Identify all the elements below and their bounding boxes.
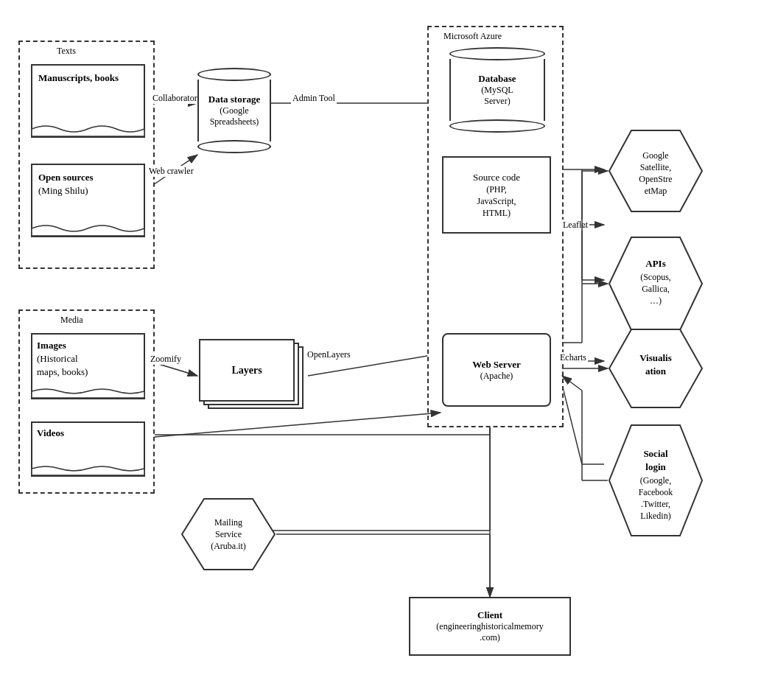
svg-text:etMap: etMap: [645, 186, 667, 196]
media-group-box: Media Images (Historicalmaps, books) Vid…: [18, 309, 155, 494]
web-server-subtitle: (Apache): [480, 371, 513, 382]
visualisation-hexagon-wrap: Visualis ation: [608, 328, 704, 412]
layer-card-front: Layers: [199, 339, 295, 402]
azure-label: Microsoft Azure: [443, 31, 502, 42]
svg-text:Facebook: Facebook: [639, 487, 673, 497]
azure-box: Microsoft Azure Database (MySQLServer) S…: [427, 26, 564, 427]
apis-hexagon-wrap: APIs (Scopus, Gallica, …): [608, 236, 704, 335]
echarts-label: Echarts: [558, 352, 588, 363]
svg-text:Gallica,: Gallica,: [642, 284, 670, 294]
svg-text:Mailing: Mailing: [214, 517, 242, 528]
layers-stack: Layers: [199, 339, 309, 420]
data-storage-title: Data storage: [208, 94, 260, 105]
diagram-container: Texts Manuscripts, books Open sources (M…: [0, 0, 761, 700]
data-storage-subtitle: (GoogleSpreadsheets): [210, 105, 259, 127]
admin-tool-label: Admin Tool: [291, 93, 337, 104]
data-storage-cylinder: Data storage (GoogleSpreadsheets): [197, 66, 271, 155]
svg-text:ation: ation: [645, 365, 667, 377]
database-title: Database: [478, 73, 516, 85]
manuscripts-box: Manuscripts, books: [31, 64, 145, 138]
svg-line-56: [562, 376, 582, 391]
openlayers-label: OpenLayers: [306, 349, 352, 360]
texts-label: Texts: [57, 46, 76, 57]
mailing-hexagon-wrap: Mailing Service (Aruba.it): [180, 497, 276, 574]
client-subtitle: (engineeringhistoricalmemory.com): [436, 621, 543, 643]
source-code-box: Source code (PHP,JavaScript,HTML): [442, 156, 551, 234]
svg-text:OpenStre: OpenStre: [639, 174, 672, 184]
videos-title: Videos: [32, 423, 144, 444]
svg-text:Google: Google: [642, 150, 668, 161]
texts-group-box: Texts Manuscripts, books Open sources (M…: [18, 41, 155, 269]
svg-text:(Google,: (Google,: [640, 475, 671, 486]
client-box: Client (engineeringhistoricalmemory.com): [409, 597, 571, 656]
images-box: Images (Historicalmaps, books): [31, 333, 145, 399]
google-maps-hexagon-wrap: Google Satellite, OpenStre etMap: [608, 129, 704, 217]
manuscripts-title: Manuscripts, books: [32, 66, 144, 91]
layers-title: Layers: [231, 365, 262, 377]
svg-text:Social: Social: [643, 448, 668, 459]
zoomify-label: Zoomify: [149, 354, 183, 365]
svg-text:APIs: APIs: [645, 258, 665, 269]
images-content: Images (Historicalmaps, books): [32, 335, 144, 384]
svg-text:Service: Service: [215, 529, 242, 539]
svg-text:.Twitter,: .Twitter,: [641, 499, 670, 509]
collaborators-label: Collaborators: [151, 93, 202, 104]
svg-text:login: login: [645, 461, 666, 472]
leaflet-label: Leaflet: [561, 220, 589, 231]
social-login-hexagon-wrap: Social login (Google, Facebook .Twitter,…: [608, 424, 704, 541]
client-title: Client: [477, 609, 502, 621]
svg-text:(Scopus,: (Scopus,: [640, 272, 671, 282]
database-cylinder: Database (MySQLServer): [449, 46, 545, 134]
svg-text:(Aruba.it): (Aruba.it): [211, 541, 246, 551]
web-server-title: Web Server: [472, 359, 520, 371]
open-sources-box: Open sources (Ming Shilu): [31, 164, 145, 237]
svg-text:…): …): [650, 295, 662, 306]
open-sources-title: Open sources (Ming Shilu): [32, 165, 144, 203]
web-server-box: Web Server (Apache): [442, 333, 551, 407]
svg-text:Likedin): Likedin): [640, 511, 670, 521]
videos-box: Videos: [31, 421, 145, 477]
source-code-content: Source code (PHP,JavaScript,HTML): [473, 172, 520, 219]
database-subtitle: (MySQLServer): [481, 85, 513, 107]
svg-text:Satellite,: Satellite,: [640, 162, 671, 172]
web-crawler-label: Web crawler: [147, 166, 195, 177]
svg-text:Visualis: Visualis: [639, 352, 672, 363]
media-label: Media: [60, 315, 83, 326]
